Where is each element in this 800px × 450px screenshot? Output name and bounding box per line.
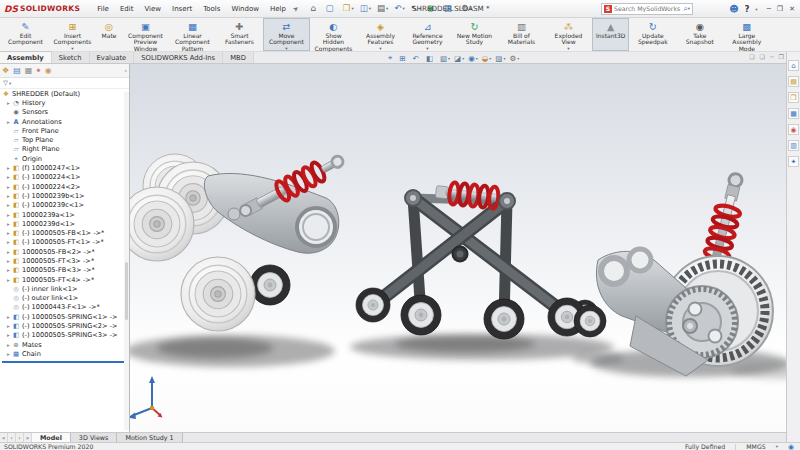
status-context-icon[interactable] <box>788 443 794 450</box>
file-explorer-tab[interactable] <box>788 92 799 103</box>
tree-item-front-plane[interactable]: Front Plane <box>0 126 129 135</box>
last-tab-nav-button[interactable] <box>24 433 32 442</box>
show-hidden-components-button[interactable]: Show Hidden Components <box>310 18 357 51</box>
ribbon-tab-solidworks-add-ins[interactable]: SOLIDWORKS Add-Ins <box>134 52 223 63</box>
tree-item-sensors[interactable]: Sensors <box>0 108 129 117</box>
tree-item-f-10000247-1[interactable]: (f) 10000247<1> <box>0 163 129 172</box>
tree-item-10000505-spring-2[interactable]: (-) 10000505-SPRING<2> -> <box>0 321 129 330</box>
menu-insert[interactable]: Insert <box>167 3 197 15</box>
solidworks-forum-tab[interactable] <box>788 156 799 167</box>
custom-properties-tab[interactable] <box>788 140 799 151</box>
section-view-button[interactable]: ▾ <box>426 54 436 63</box>
restore-doc-button[interactable] <box>779 53 784 60</box>
tree-item-10000239a-1[interactable]: 10000239a<1> <box>0 210 129 219</box>
zoom-to-fit-button[interactable]: ▾ <box>388 53 395 63</box>
tree-item-10000505-fb-2[interactable]: 10000505-FB<2> ->* <box>0 247 129 256</box>
doc-dock-doc-button[interactable] <box>760 53 765 60</box>
tree-item-10000224-1[interactable]: (-) 10000224<1> <box>0 173 129 182</box>
rollback-bar[interactable] <box>2 361 126 363</box>
apply-scene-button[interactable]: ▾ <box>495 54 505 63</box>
help-button[interactable]: ? <box>745 5 750 14</box>
display-style-button[interactable]: ▾ <box>454 54 464 63</box>
bill-of-materials-button[interactable]: Bill of Materials <box>498 18 545 51</box>
tree-item-10000224-2[interactable]: (-) 10000224<2> <box>0 182 129 191</box>
search-input[interactable] <box>614 5 683 12</box>
instant3d-button[interactable]: Instant3D <box>592 18 629 51</box>
new-motion-study-button[interactable]: New Motion Study <box>451 18 498 51</box>
display-manager-tab[interactable] <box>45 66 52 76</box>
reference-geometry-button[interactable]: Reference Geometry <box>404 18 451 51</box>
assembly-features-button[interactable]: Assembly Features <box>357 18 404 51</box>
tree-item-outer-link-1[interactable]: (-) outer link<1> <box>0 294 129 303</box>
property-manager-tab[interactable] <box>13 66 21 76</box>
linear-component-pattern-button[interactable]: Linear Component Pattern <box>169 18 216 51</box>
next-tab-nav-button[interactable] <box>16 433 24 442</box>
view-orientation-button[interactable]: ▾ <box>440 54 450 63</box>
tree-item-mates[interactable]: Mates <box>0 340 129 349</box>
prev-tab-nav-button[interactable] <box>8 433 16 442</box>
undo-button[interactable]: ▾ <box>392 3 406 14</box>
design-library-tab[interactable] <box>788 76 799 87</box>
tree-item-origin[interactable]: Origin <box>0 154 129 163</box>
large-assembly-mode-button[interactable]: Large Assembly Mode <box>723 18 770 51</box>
units-selector[interactable]: MMGS <box>746 443 765 450</box>
feature-manager-tab[interactable] <box>2 66 9 76</box>
tree-item-10000505-ft-4[interactable]: 10000505-FT<4> ->* <box>0 275 129 284</box>
component-preview-window-button[interactable]: Component Preview Window <box>122 18 169 51</box>
tree-item-10000505-spring-3[interactable]: (-) 10000505-SPRING<3> -> <box>0 331 129 340</box>
minimize-doc-button[interactable] <box>770 53 774 60</box>
doc-float-doc-button[interactable] <box>749 53 754 60</box>
close-window-button[interactable] <box>786 4 798 14</box>
model-middle-scissor-linkage[interactable] <box>356 181 598 339</box>
first-tab-nav-button[interactable] <box>0 433 8 442</box>
solidworks-resources-tab[interactable] <box>788 60 799 71</box>
hide-show-items-button[interactable]: ▾ <box>468 54 478 63</box>
edit-appearance-button[interactable]: ▾ <box>482 54 492 63</box>
filter-caret-icon[interactable]: ▾ <box>9 81 11 86</box>
mate-button[interactable]: Mate <box>96 18 122 51</box>
help-caret-icon[interactable]: ▾ <box>755 7 757 12</box>
tree-root-shredder[interactable]: SHREDDER (Default) <box>0 89 129 98</box>
move-component-button[interactable]: Move Component <box>263 18 310 51</box>
ribbon-tab-evaluate[interactable]: Evaluate <box>90 52 135 63</box>
tree-item-inner-link-1[interactable]: (-) inner link<1> <box>0 284 129 293</box>
tree-item-top-plane[interactable]: Top Plane <box>0 135 129 144</box>
pin-menu-icon[interactable]: ➤ <box>291 4 301 14</box>
tree-item-10000505-spring-1[interactable]: (-) 10000505-SPRING<1> -> <box>0 312 129 321</box>
print-button[interactable]: ▾ <box>375 3 390 14</box>
viewport-canvas[interactable] <box>130 64 786 432</box>
user-account-icon[interactable]: ☻ <box>729 4 738 14</box>
previous-view-button[interactable]: ▾ <box>413 54 422 63</box>
home-button[interactable]: ▾ <box>309 3 322 14</box>
restore-window-button[interactable] <box>774 4 786 14</box>
take-snapshot-button[interactable]: Take Snapshot <box>676 18 723 51</box>
tree-item-10000505-fb-1[interactable]: (-) 10000505-FB<1> ->* <box>0 228 129 237</box>
tree-item-history[interactable]: History <box>0 98 129 107</box>
dimxpert-manager-tab[interactable] <box>36 66 41 76</box>
exploded-view-button[interactable]: Exploded View <box>545 18 592 51</box>
tree-item-10000505-fb-3[interactable]: 10000505-FB<3> ->* <box>0 266 129 275</box>
update-speedpak-button[interactable]: Update Speedpak <box>629 18 676 51</box>
menu-view[interactable]: View <box>139 3 166 15</box>
ribbon-tab-mbd[interactable]: MBD <box>223 52 254 63</box>
menu-tools[interactable]: Tools <box>198 3 225 15</box>
tree-item-10000239d-1[interactable]: 10000239d<1> <box>0 219 129 228</box>
view-settings-button[interactable]: ▾ <box>509 54 519 63</box>
doc-tab-motion-study-1[interactable]: Motion Study 1 <box>117 433 182 442</box>
ribbon-tab-assembly[interactable]: Assembly <box>0 51 52 63</box>
tree-item-10000505-ft-3[interactable]: 10000505-FT<3> ->* <box>0 256 129 265</box>
ribbon-tab-sketch[interactable]: Sketch <box>52 52 90 63</box>
minimize-window-button[interactable] <box>764 4 774 14</box>
configuration-manager-tab[interactable] <box>25 66 33 76</box>
menu-help[interactable]: Help <box>265 3 291 15</box>
doc-tab-model[interactable]: Model <box>32 433 71 442</box>
menu-file[interactable]: File <box>92 3 114 15</box>
search-box[interactable]: S ⌕ ▾ <box>601 3 693 15</box>
tree-item-right-plane[interactable]: Right Plane <box>0 145 129 154</box>
search-caret-icon[interactable]: ▾ <box>688 6 690 11</box>
scrollbar-thumb[interactable] <box>125 262 128 320</box>
smart-fasteners-button[interactable]: Smart Fasteners <box>216 18 263 51</box>
tree-item-annotations[interactable]: Annotations <box>0 117 129 126</box>
tree-item-10000505-ft-1[interactable]: (-) 10000505-FT<1> ->* <box>0 238 129 247</box>
view-palette-tab[interactable] <box>788 108 799 119</box>
